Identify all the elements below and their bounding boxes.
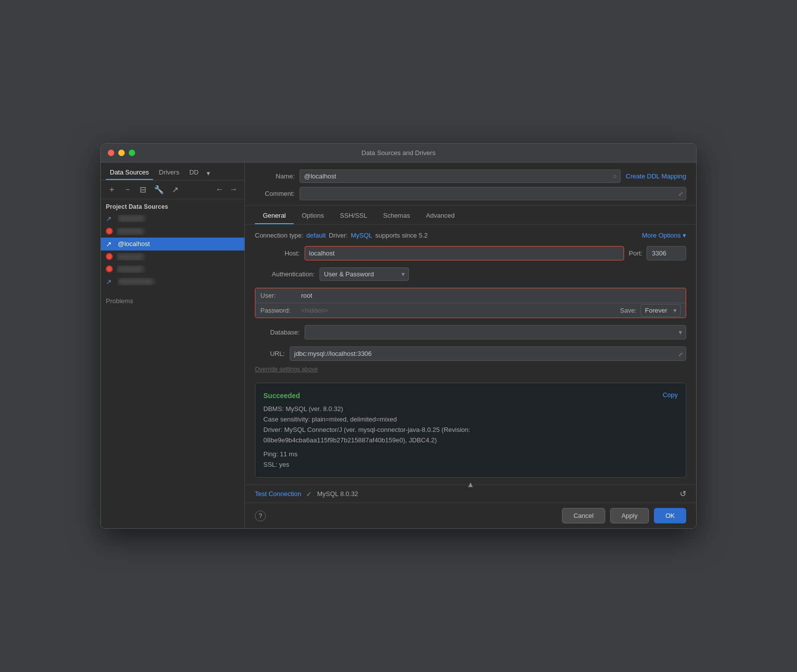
comment-input[interactable] xyxy=(300,187,686,200)
host-input[interactable] xyxy=(308,247,621,260)
minimize-button[interactable] xyxy=(118,150,125,156)
name-label: Name: xyxy=(255,172,295,180)
comment-input-wrap: ⤢ xyxy=(300,187,686,200)
spacer xyxy=(263,445,678,449)
db-icon xyxy=(106,265,113,272)
user-input[interactable] xyxy=(300,288,681,303)
host-input-box xyxy=(305,246,624,260)
nav-buttons: ← → xyxy=(214,184,239,195)
connection-info: Connection type: default Driver: MySQL s… xyxy=(255,232,428,239)
database-label: Database: xyxy=(255,329,300,336)
test-connection-button[interactable]: Test Connection xyxy=(255,490,301,498)
tab-content-general: Connection type: default Driver: MySQL s… xyxy=(245,225,696,383)
remove-button[interactable]: － xyxy=(122,183,134,196)
ok-button[interactable]: OK xyxy=(654,508,686,523)
database-row: Database: ▾ xyxy=(255,325,686,339)
tab-bar: General Options SSH/SSL Schemas Advanced xyxy=(245,208,696,225)
database-select[interactable] xyxy=(305,325,686,339)
tab-ssh-ssl[interactable]: SSH/SSL xyxy=(332,208,375,224)
ping-line: Ping: 11 ms xyxy=(263,449,678,460)
back-button[interactable]: ← xyxy=(214,184,226,195)
revision-line: 08be9e9b4cba6aa115f9b27b215887af40b159e0… xyxy=(263,435,678,446)
main-layout: Data Sources Drivers DD ▾ ＋ － ⊟ 🔧 ↗ ← → … xyxy=(101,163,696,528)
case-line: Case sensitivity: plain=mixed, delimited… xyxy=(263,415,678,425)
tab-general[interactable]: General xyxy=(255,208,294,224)
cancel-button[interactable]: Cancel xyxy=(562,508,605,523)
host-label: Host: xyxy=(255,250,300,257)
comment-row: Comment: ⤢ xyxy=(255,187,686,200)
port-input[interactable] xyxy=(646,246,686,260)
comment-label: Comment: xyxy=(255,190,295,197)
list-item[interactable]: ↗ xyxy=(101,275,244,288)
user-label: User: xyxy=(260,292,295,299)
host-port-row: Host: Port: xyxy=(255,246,686,260)
tab-schemas[interactable]: Schemas xyxy=(375,208,418,224)
user-password-box: User: Password: Save: Forever Session xyxy=(255,288,686,318)
url-input-wrap: ⤢ xyxy=(290,346,686,361)
list-item[interactable]: ↗ xyxy=(101,212,244,225)
problems-section: Problems xyxy=(101,293,244,309)
refresh-button[interactable]: ↺ xyxy=(680,489,686,499)
arrow-icon: ↗ xyxy=(106,278,114,286)
database-select-wrap: ▾ xyxy=(305,325,686,339)
item-label xyxy=(117,253,239,260)
tab-dd[interactable]: DD xyxy=(185,167,203,180)
close-button[interactable] xyxy=(108,150,114,156)
copy-button[interactable]: ⊟ xyxy=(138,184,148,195)
url-input[interactable] xyxy=(290,346,686,361)
more-options-label: More Options xyxy=(642,232,681,239)
test-connection-bar: ▲ Test Connection ✓ MySQL 8.0.32 ↺ xyxy=(245,485,696,503)
expand-icon[interactable]: ⤢ xyxy=(678,190,683,197)
tab-options[interactable]: Options xyxy=(294,208,332,224)
wrench-button[interactable]: 🔧 xyxy=(152,184,166,195)
main-window: Data Sources and Drivers Data Sources Dr… xyxy=(100,143,697,529)
copy-button[interactable]: Copy xyxy=(663,390,678,401)
tab-drivers[interactable]: Drivers xyxy=(155,167,183,180)
more-options-button[interactable]: More Options ▾ xyxy=(642,232,686,239)
save-select[interactable]: Forever Session Never xyxy=(640,304,681,317)
driver-label: Driver: xyxy=(329,232,348,239)
driver-suffix: supports since 5.2 xyxy=(375,232,428,239)
expand-url-icon[interactable]: ⤢ xyxy=(678,351,683,358)
create-ddl-button[interactable]: Create DDL Mapping xyxy=(626,172,686,180)
conn-type-label: Connection type: xyxy=(255,232,304,239)
tooltip-arrow: ▲ xyxy=(467,480,475,489)
list-item[interactable] xyxy=(101,251,244,263)
right-panel: Name: ○ Create DDL Mapping Comment: ⤢ xyxy=(245,163,696,528)
save-label: Save: xyxy=(620,307,637,314)
driver-line: Driver: MySQL Connector/J (ver. mysql-co… xyxy=(263,425,678,435)
maximize-button[interactable] xyxy=(129,150,135,156)
left-tabs: Data Sources Drivers DD ▾ xyxy=(101,163,244,180)
url-label: URL: xyxy=(255,350,285,357)
tab-data-sources[interactable]: Data Sources xyxy=(106,167,153,180)
tab-advanced[interactable]: Advanced xyxy=(418,208,463,224)
auth-label: Authentication: xyxy=(255,270,315,278)
left-toolbar: ＋ － ⊟ 🔧 ↗ ← → xyxy=(101,180,244,199)
override-settings-link[interactable]: Override settings above xyxy=(255,365,686,376)
list-item-localhost[interactable]: ↗ @localhost xyxy=(101,238,244,251)
save-section: Save: Forever Session Never ▾ xyxy=(620,304,681,317)
apply-button[interactable]: Apply xyxy=(610,508,649,523)
driver-value: MySQL xyxy=(351,232,372,239)
test-version-text: MySQL 8.0.32 xyxy=(317,490,358,498)
auth-row: Authentication: User & Password ▾ xyxy=(255,267,686,281)
succeeded-panel: Succeeded Copy DBMS: MySQL (ver. 8.0.32)… xyxy=(255,383,686,478)
succeeded-title: Succeeded xyxy=(263,390,300,401)
dbms-line: DBMS: MySQL (ver. 8.0.32) xyxy=(263,404,678,415)
titlebar: Data Sources and Drivers xyxy=(101,144,696,163)
arrow-icon: ↗ xyxy=(106,215,114,223)
add-button[interactable]: ＋ xyxy=(106,183,118,196)
auth-select[interactable]: User & Password xyxy=(319,267,409,281)
list-item[interactable] xyxy=(101,225,244,238)
left-panel: Data Sources Drivers DD ▾ ＋ － ⊟ 🔧 ↗ ← → … xyxy=(101,163,245,528)
tab-dropdown-arrow[interactable]: ▾ xyxy=(205,168,212,179)
user-row: User: xyxy=(255,288,686,303)
list-item[interactable] xyxy=(101,263,244,275)
name-input[interactable] xyxy=(300,169,621,183)
password-input[interactable] xyxy=(300,303,610,318)
export-button[interactable]: ↗ xyxy=(170,184,180,195)
conn-type-value: default xyxy=(307,232,326,239)
forward-button[interactable]: → xyxy=(228,184,239,195)
help-button[interactable]: ? xyxy=(255,510,266,521)
ssl-line: SSL: yes xyxy=(263,460,678,470)
